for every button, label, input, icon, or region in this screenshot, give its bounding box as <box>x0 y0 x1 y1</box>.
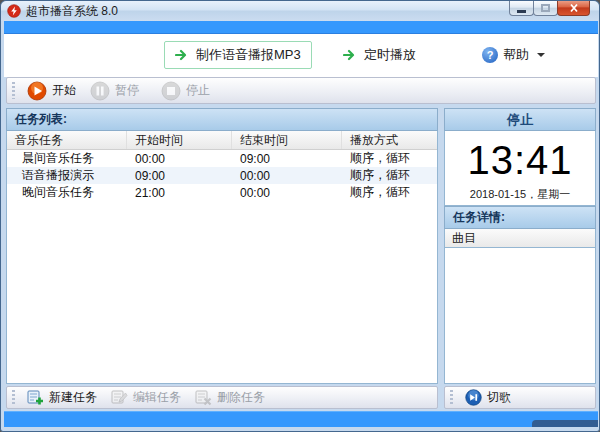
task-table: 音乐任务 开始时间 结束时间 播放方式 晨间音乐任务 00:00 09:00 顺… <box>6 131 438 384</box>
chevron-down-icon <box>537 53 545 57</box>
task-end: 09:00 <box>232 152 342 166</box>
help-icon: ? <box>482 47 498 63</box>
skip-song-button[interactable]: 切歌 <box>458 387 518 408</box>
task-table-header-row: 音乐任务 开始时间 结束时间 播放方式 <box>7 131 437 150</box>
task-details-header: 任务详情: <box>444 206 596 229</box>
help-button[interactable]: ? 帮助 <box>482 43 545 67</box>
column-header: 开始时间 <box>127 131 232 149</box>
task-name: 晚间音乐任务 <box>7 184 127 201</box>
edit-task-button[interactable]: 编辑任务 <box>104 387 188 408</box>
task-end: 00:00 <box>232 186 342 200</box>
task-toolbar: 新建任务 编辑任务 删除任务 <box>6 386 438 409</box>
playback-toolbar: 开始 暂停 停止 <box>6 77 596 104</box>
playback-state-header: 停止 <box>444 108 596 131</box>
accent-bar <box>4 21 598 34</box>
toolbar-grip <box>12 82 15 100</box>
stop-button[interactable]: 停止 <box>154 79 217 103</box>
window-title: 超市播音系统 8.0 <box>26 3 118 20</box>
top-nav: 制作语音播报MP3 定时播放 ? 帮助 <box>4 34 598 77</box>
close-icon <box>568 3 580 13</box>
table-row[interactable]: 语音播报演示 09:00 00:00 顺序，循环 <box>7 167 437 184</box>
task-start: 09:00 <box>127 169 232 183</box>
status-bar <box>4 411 598 427</box>
stop-icon <box>161 81 181 101</box>
skip-song-label: 切歌 <box>487 389 511 406</box>
play-icon <box>27 81 47 101</box>
start-label: 开始 <box>52 82 76 99</box>
start-button[interactable]: 开始 <box>20 79 83 103</box>
edit-task-icon <box>111 389 128 406</box>
toolbar-grip <box>12 390 15 405</box>
new-task-button[interactable]: 新建任务 <box>20 387 104 408</box>
task-mode: 顺序，循环 <box>342 167 437 184</box>
pause-label: 暂停 <box>115 82 139 99</box>
playback-state-label: 停止 <box>507 111 533 129</box>
task-name: 晨间音乐任务 <box>7 150 127 167</box>
minimize-button[interactable] <box>509 1 534 16</box>
task-list-header-label: 任务列表: <box>15 111 67 128</box>
timed-play-button[interactable]: 定时播放 <box>332 41 427 69</box>
clock-display: 13:41 <box>445 140 595 180</box>
task-start: 00:00 <box>127 152 232 166</box>
app-window: 超市播音系统 8.0 制作语音播报MP3 定时播放 ? <box>0 0 600 432</box>
task-list-header: 任务列表: <box>6 108 438 131</box>
title-bar[interactable]: 超市播音系统 8.0 <box>1 1 599 21</box>
task-mode: 顺序，循环 <box>342 184 437 201</box>
maximize-icon <box>541 4 550 12</box>
task-mode: 顺序，循环 <box>342 150 437 167</box>
pause-icon <box>90 81 110 101</box>
column-header: 结束时间 <box>232 131 342 149</box>
minimize-icon <box>517 10 526 13</box>
new-task-label: 新建任务 <box>49 389 97 406</box>
new-task-icon <box>27 389 44 406</box>
pause-button[interactable]: 暂停 <box>83 79 146 103</box>
edit-task-label: 编辑任务 <box>133 389 181 406</box>
help-label: 帮助 <box>503 46 529 64</box>
task-name: 语音播报演示 <box>7 167 127 184</box>
close-button[interactable] <box>557 1 590 16</box>
green-arrow-icon <box>343 49 357 61</box>
task-details-label: 任务详情: <box>453 209 505 226</box>
task-end: 00:00 <box>232 169 342 183</box>
app-icon <box>7 4 21 18</box>
delete-task-button[interactable]: 删除任务 <box>188 387 272 408</box>
table-row[interactable]: 晚间音乐任务 21:00 00:00 顺序，循环 <box>7 184 437 201</box>
timed-play-label: 定时播放 <box>364 46 416 64</box>
delete-task-icon <box>195 389 212 406</box>
resize-grip[interactable] <box>532 420 598 427</box>
stop-label: 停止 <box>186 82 210 99</box>
task-start: 21:00 <box>127 186 232 200</box>
toolbar-grip <box>450 390 453 405</box>
make-mp3-label: 制作语音播报MP3 <box>196 46 301 64</box>
track-list[interactable] <box>444 248 596 384</box>
column-header: 音乐任务 <box>7 131 127 149</box>
track-column-header: 曲目 <box>444 229 596 248</box>
column-header: 播放方式 <box>342 131 437 149</box>
skip-toolbar: 切歌 <box>444 386 596 409</box>
clock-panel: 13:41 2018-01-15，星期一 <box>444 131 596 206</box>
green-arrow-icon <box>175 49 189 61</box>
make-mp3-button[interactable]: 制作语音播报MP3 <box>164 41 312 69</box>
track-column-label: 曲目 <box>452 230 476 247</box>
maximize-button[interactable] <box>533 1 558 16</box>
next-track-icon <box>465 389 482 406</box>
date-display: 2018-01-15，星期一 <box>445 187 595 202</box>
delete-task-label: 删除任务 <box>217 389 265 406</box>
table-row[interactable]: 晨间音乐任务 00:00 09:00 顺序，循环 <box>7 150 437 167</box>
